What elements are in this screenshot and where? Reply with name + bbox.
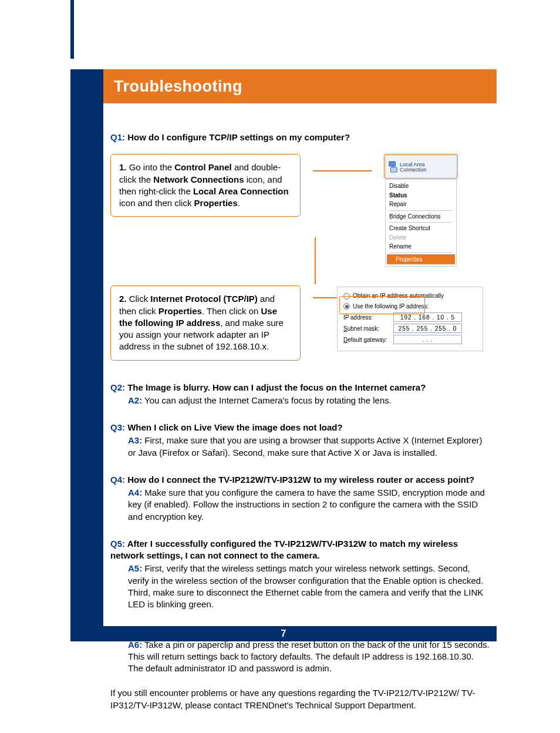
screenshot-2-wrap: Obtain an IP address automatically Use t…: [337, 285, 483, 351]
a4-text: Make sure that you configure the camera …: [128, 487, 485, 522]
q4-text: How do I connect the TV-IP212W/TV-IP312W…: [127, 475, 474, 485]
step1-b-3: Network Connections: [153, 174, 244, 184]
closing-note: If you still encounter problems or have …: [110, 687, 491, 711]
menu-properties: Properties: [387, 254, 455, 265]
connector-1: [313, 154, 372, 267]
a2: A2: You can adjust the Internet Camera's…: [128, 395, 491, 406]
menu-disable: Disable: [389, 181, 453, 191]
radio-obtain: Obtain an IP address automatically: [343, 292, 477, 300]
ip-settings-screenshot: Obtain an IP address automatically Use t…: [337, 287, 483, 351]
q4-label: Q4:: [110, 475, 125, 485]
q2: Q2: The Image is blurry. How can I adjus…: [110, 382, 491, 394]
menu-shortcut: Create Shortcut: [389, 224, 453, 233]
a6: A6: Take a pin or paperclip and press th…: [128, 639, 491, 675]
side-stripe: [70, 69, 103, 630]
svg-rect-0: [389, 162, 396, 166]
menu-repair: Repair: [389, 200, 453, 209]
page-title-banner: Troubleshooting: [103, 69, 497, 103]
ip-row-gateway: Default gateway:. . .: [343, 335, 477, 344]
radio-obtain-label: Obtain an IP address automatically: [353, 292, 444, 300]
page: Troubleshooting Q1: How do I configure T…: [0, 0, 560, 733]
q2-text: The Image is blurry. How can I adjust th…: [127, 382, 426, 392]
a5-label: A5:: [128, 563, 142, 573]
a5-text: First, verify that the wireless settings…: [128, 563, 483, 609]
step1-num: 1.: [119, 162, 127, 172]
page-footer: 7: [70, 626, 497, 641]
svg-rect-1: [391, 167, 397, 172]
a3-label: A3:: [128, 435, 142, 445]
screenshot-1-wrap: Local Area Connection Disable Status Rep…: [385, 154, 457, 267]
step2-b-3: Properties: [158, 306, 202, 316]
menu-status: Status: [389, 191, 453, 200]
step1-text-8: .: [238, 198, 240, 208]
step1-b-1: Control Panel: [174, 162, 232, 172]
connector-vert: [315, 237, 316, 284]
a4-label: A4:: [128, 487, 142, 497]
q3-label: Q3:: [110, 422, 125, 432]
a2-label: A2:: [128, 395, 142, 405]
step1-box: 1. Go into the Control Panel and double-…: [110, 154, 301, 217]
a2-text: You can adjust the Internet Camera's foc…: [144, 395, 392, 405]
menu-properties-label: Properties: [396, 255, 423, 264]
context-menu-screenshot: Local Area Connection Disable Status Rep…: [385, 155, 457, 267]
step2-num: 2.: [119, 294, 127, 304]
a6-text: Take a pin or paperclip and press the re…: [128, 640, 490, 674]
radio-icon-selected: [343, 303, 350, 310]
menu-bridge: Bridge Connections: [389, 212, 453, 221]
menu-rename: Rename: [389, 242, 453, 251]
callout-dot-icon: [390, 258, 393, 261]
q3-text: When I click on Live View the image does…: [127, 422, 342, 432]
a3: A3: First, make sure that you are using …: [128, 435, 491, 459]
a4: A4: Make sure that you configure the cam…: [128, 487, 491, 523]
step1-b-7: Properties: [194, 198, 238, 208]
q1-label: Q1:: [110, 132, 125, 142]
ip-row-subnet: SSubnet mask:ubnet mask:255 . 255 . 255 …: [343, 324, 477, 333]
content-area: Q1: How do I configure TCP/IP settings o…: [110, 116, 491, 711]
q5-label: Q5:: [110, 539, 125, 549]
q2-label: Q2:: [110, 382, 125, 392]
a3-text: First, make sure that you are using a br…: [128, 435, 483, 457]
menu-delete: Delete: [389, 233, 453, 243]
radio-icon: [343, 293, 350, 300]
step2-text-0: Click: [129, 294, 151, 304]
radio-use-label: Use the following IP address:: [353, 302, 429, 311]
q3: Q3: When I click on Live View the image …: [110, 422, 491, 433]
q5: Q5: After I successfully configured the …: [110, 538, 491, 562]
step1-text-6: icon and then click: [119, 198, 194, 208]
connector-2: [313, 285, 324, 360]
step2-box: 2. Click Internet Protocol (TCP/IP) and …: [110, 285, 301, 360]
q5-text: After I successfully configured the TV-I…: [110, 539, 458, 560]
step1-b-5: Local Area Connection: [193, 186, 289, 196]
q4: Q4: How do I connect the TV-IP212W/TV-IP…: [110, 474, 491, 486]
lac-icon-area: Local Area Connection: [386, 156, 456, 180]
step1-text-0: Go into the: [129, 162, 175, 172]
step2-b-1: Internet Protocol (TCP/IP): [150, 294, 258, 304]
network-icon: [388, 160, 399, 176]
side-stripe-top: [70, 0, 74, 59]
lac-label: Local Area Connection: [400, 162, 427, 173]
step2-text-4: . Then click on: [202, 306, 261, 316]
q1: Q1: How do I configure TCP/IP settings o…: [110, 132, 491, 143]
q1-text: How do I configure TCP/IP settings on my…: [127, 132, 350, 142]
page-number: 7: [281, 628, 286, 639]
ip-row-address: IP address:192 . 168 . 10 . 5: [343, 312, 477, 322]
page-title: Troubleshooting: [114, 78, 242, 96]
radio-use: Use the following IP address:: [343, 302, 477, 311]
a5: A5: First, verify that the wireless sett…: [128, 563, 491, 610]
